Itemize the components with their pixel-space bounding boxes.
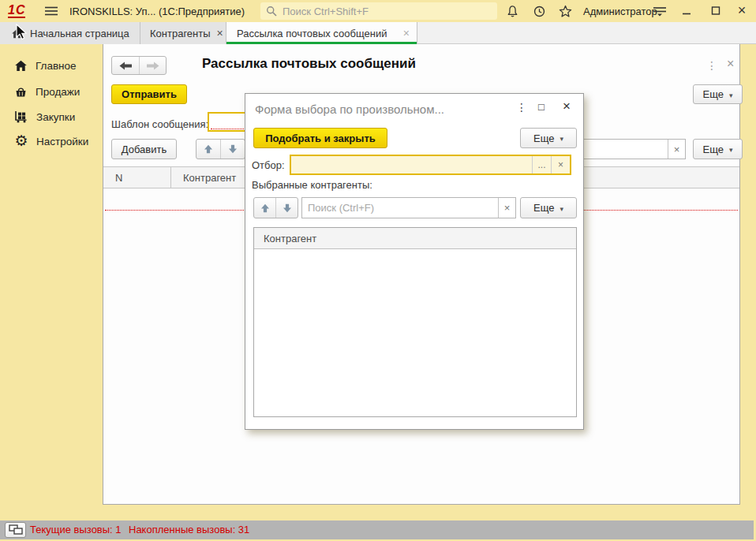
sidebar-item-glavnoe[interactable]: Главное <box>0 55 103 76</box>
filter-field[interactable]: ... × <box>290 155 571 175</box>
dialog-maximize-icon[interactable]: □ <box>538 101 545 113</box>
add-button[interactable]: Добавить <box>111 139 177 159</box>
template-label: Шаблон сообщения: <box>111 114 208 134</box>
1c-logo: 1С <box>8 3 25 18</box>
move-down-button[interactable] <box>275 198 298 218</box>
pick-and-close-button[interactable]: Подобрать и закрыть <box>253 128 387 148</box>
global-search[interactable] <box>260 2 497 20</box>
chevron-down-icon: ▾ <box>729 90 733 99</box>
search-icon <box>266 6 277 17</box>
selected-kontragenty-label: Выбранные контрагенты: <box>252 179 372 191</box>
column-header-kontragent[interactable]: Контрагент <box>254 228 576 249</box>
filter-label: Отбор: <box>252 155 285 175</box>
service-menu-icon[interactable] <box>653 6 667 17</box>
tab-bar: Начальная страница Контрагенты × Рассылк… <box>0 22 756 44</box>
selection-dialog: Форма выбора по произвольном... ⋮ □ × По… <box>245 93 584 430</box>
arrow-up-icon <box>204 144 213 154</box>
global-search-input[interactable] <box>283 6 492 17</box>
more-label: Еще <box>533 202 554 214</box>
sidebar-item-prodazhi[interactable]: Продажи <box>0 81 103 102</box>
column-header-n[interactable]: N <box>103 167 171 188</box>
notifications-icon[interactable] <box>506 5 519 18</box>
tab-kontragenty[interactable]: Контрагенты × <box>140 22 226 44</box>
dialog-row-move-group <box>253 197 298 218</box>
form-kebab-icon[interactable]: ⋮ <box>706 59 717 72</box>
history-nav-group <box>111 56 167 75</box>
maximize-button[interactable] <box>711 6 720 16</box>
dialog-close-icon[interactable]: × <box>563 99 571 114</box>
dialog-kebab-icon[interactable]: ⋮ <box>516 101 527 114</box>
page-title: Рассылка почтовых сообщений <box>202 56 416 72</box>
titlebar: 1С IRONSKILLS: Уп... (1С:Предприятие) Ад… <box>0 0 756 22</box>
clear-search-icon[interactable]: × <box>498 198 515 218</box>
arrow-down-icon <box>283 203 292 213</box>
accumulated-calls-text: Накопленные вызовы: 31 <box>129 520 249 539</box>
arrow-down-icon <box>228 144 238 154</box>
move-down-button[interactable] <box>220 140 245 159</box>
sidebar-item-label: Продажи <box>36 86 80 98</box>
sidebar-item-label: Настройки <box>36 136 88 147</box>
sidebar-item-label: Закупки <box>36 111 75 123</box>
sidebar-item-nastroyki[interactable]: ⚙ Настройки <box>0 131 103 151</box>
status-bar: Текущие вызовы: 1 Накопленные вызовы: 31 <box>0 520 754 539</box>
tab-label: Рассылка почтовых сообщений <box>237 28 387 39</box>
filter-clear-icon[interactable]: × <box>551 156 570 173</box>
chevron-down-icon: ▾ <box>560 133 563 143</box>
favorites-icon[interactable] <box>559 5 572 18</box>
send-button[interactable]: Отправить <box>111 84 187 104</box>
server-calls-button[interactable] <box>5 522 26 538</box>
form-more-button[interactable]: Еще▾ <box>693 84 743 104</box>
current-calls-text: Текущие вызовы: 1 <box>30 520 122 539</box>
app-title: IRONSKILLS: Уп... (1С:Предприятие) <box>69 6 245 17</box>
selected-kontragenty-table: Контрагент <box>253 227 577 417</box>
mouse-cursor <box>16 24 28 41</box>
app-window: 1С IRONSKILLS: Уп... (1С:Предприятие) Ад… <box>0 0 756 541</box>
row-move-group <box>196 139 245 159</box>
dialog-search-field[interactable]: × <box>301 197 516 218</box>
basket-icon <box>14 86 28 98</box>
move-up-button[interactable] <box>254 198 275 218</box>
tab-label: Контрагенты <box>150 28 211 39</box>
filter-value[interactable] <box>291 156 532 173</box>
list-more-button[interactable]: Еще▾ <box>693 139 743 159</box>
arrow-right-icon <box>146 62 159 70</box>
close-window-button[interactable]: × <box>735 2 749 19</box>
arrow-up-icon <box>260 203 270 213</box>
tab-close-icon[interactable]: × <box>397 27 410 39</box>
chevron-down-icon: ▾ <box>560 203 563 213</box>
tab-label: Начальная страница <box>30 28 129 39</box>
move-up-button[interactable] <box>196 140 220 159</box>
minimize-button[interactable] <box>682 6 691 16</box>
more-label: Еще <box>703 144 724 155</box>
sidebar-item-zakupki[interactable]: Закупки <box>0 106 103 127</box>
arrow-left-icon <box>119 62 133 70</box>
dialog-search-input[interactable] <box>302 198 498 218</box>
monitors-icon <box>9 524 23 535</box>
home-icon <box>14 60 28 72</box>
more-label: Еще <box>703 88 724 100</box>
sidebar-item-label: Главное <box>36 60 77 72</box>
history-icon[interactable] <box>533 5 546 18</box>
clear-search-icon[interactable]: × <box>668 140 685 159</box>
back-button[interactable] <box>112 57 139 74</box>
dialog-title: Форма выбора по произвольном... <box>255 103 511 116</box>
form-close-icon[interactable]: × <box>727 57 734 71</box>
cart-icon <box>14 110 28 123</box>
chevron-down-icon: ▾ <box>729 144 733 154</box>
dialog-more-button[interactable]: Еще▾ <box>520 128 577 148</box>
dialog-list-more-button[interactable]: Еще▾ <box>520 197 577 218</box>
forward-button[interactable] <box>139 57 166 74</box>
gear-icon: ⚙ <box>14 135 28 147</box>
tab-close-icon[interactable]: × <box>211 27 223 39</box>
main-menu-icon[interactable] <box>44 6 58 19</box>
more-label: Еще <box>533 132 554 144</box>
tab-rassylka[interactable]: Рассылка почтовых сообщений × <box>226 22 417 44</box>
current-user[interactable]: Администратор <box>583 6 657 17</box>
filter-ellipsis-button[interactable]: ... <box>532 156 551 173</box>
